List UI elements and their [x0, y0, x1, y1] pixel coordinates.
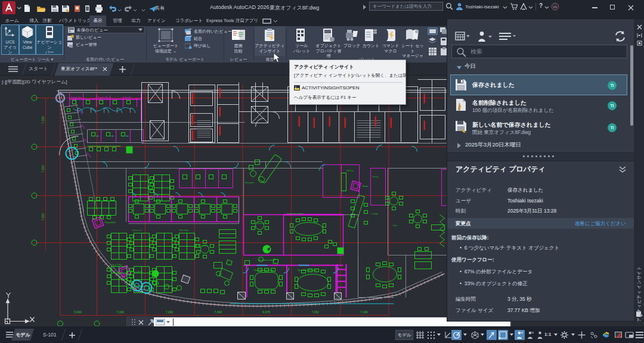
- svg-text:7,190: 7,190: [361, 310, 369, 314]
- svg-text:Locker: Locker: [202, 245, 209, 247]
- svg-text:7,252: 7,252: [312, 310, 320, 314]
- svg-text:Powder: Powder: [125, 96, 132, 99]
- svg-text:Phone BOX: Phone BOX: [105, 222, 116, 224]
- svg-text:5,400: 5,400: [75, 310, 82, 314]
- svg-text:7,200: 7,200: [117, 310, 125, 314]
- svg-text:Reception Lounge: Reception Lounge: [258, 259, 275, 261]
- svg-text:Client Meeting Room: Client Meeting Room: [298, 269, 317, 272]
- svg-text:Pantry: Pantry: [373, 176, 379, 178]
- svg-text:7,200: 7,200: [166, 310, 174, 314]
- svg-text:7,200: 7,200: [41, 213, 45, 221]
- svg-text:Powder Rm: Powder Rm: [98, 96, 109, 99]
- svg-text:Reception: Reception: [245, 182, 255, 184]
- svg-text:Phone: Phone: [363, 185, 369, 188]
- svg-text:Lounge: Lounge: [371, 213, 379, 215]
- svg-text:6,675: 6,675: [263, 310, 271, 314]
- svg-text:Meeting: Meeting: [257, 222, 265, 224]
- svg-text:7,400: 7,400: [215, 310, 222, 314]
- svg-text:IDF Rm: IDF Rm: [346, 170, 354, 172]
- svg-text:Client Meeting Room: Client Meeting Room: [254, 269, 274, 272]
- svg-text:Powder Rm: Powder Rm: [71, 96, 82, 99]
- svg-text:Conference Room: Conference Room: [287, 213, 304, 215]
- svg-text:Focus 1-6: Focus 1-6: [133, 229, 143, 232]
- svg-text:Cafe: Cafe: [393, 224, 397, 227]
- svg-text:Work Area: Work Area: [179, 229, 189, 232]
- svg-text:7,200: 7,200: [41, 165, 45, 173]
- svg-text:Open Office: Open Office: [112, 264, 123, 266]
- svg-text:7,200: 7,200: [41, 116, 45, 124]
